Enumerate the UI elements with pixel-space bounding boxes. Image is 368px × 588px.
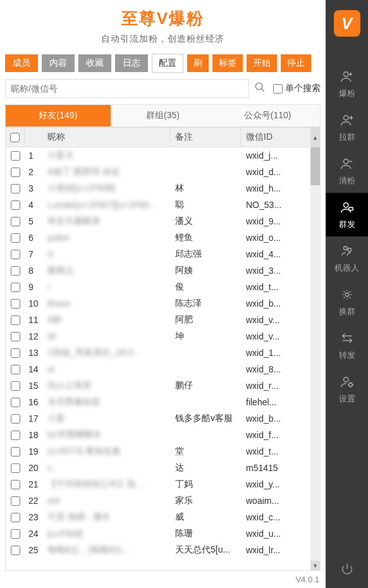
row-number: 14 [25,364,47,374]
table-row[interactable]: 10Brave陈志泽wxid_b... [6,295,310,312]
col-wechat-id[interactable]: 微信ID [241,128,310,147]
row-number: 11 [25,315,47,325]
row-remark: 陈珊 [170,528,241,539]
config-button[interactable]: 配置 [152,54,183,73]
row-remark: 达 [170,462,241,474]
table-row[interactable]: 12W坤wxid_v... [6,328,310,345]
row-checkbox-cell [6,546,25,555]
table-row[interactable]: 21【宁丹啦啦啦公司】陈...丁妈wxid_y... [6,476,310,493]
stop-button[interactable]: 停止 [281,54,311,72]
single-search-checkbox[interactable] [273,84,283,94]
row-nickname: Lunialc[u+1F697][u+1F69... [47,200,170,210]
row-checkbox[interactable] [11,200,20,210]
col-remark[interactable]: 备注 [170,128,241,147]
table-row[interactable]: 22m!t家乐woaim... [6,493,310,509]
table-row[interactable]: 19(u+6573) 匍匐色素堂wxid_t... [6,443,310,460]
row-checkbox[interactable] [11,463,20,473]
table-row[interactable]: 8颖视点阿姨wxid_3... [6,262,310,279]
table-row[interactable]: 9!俊wxid_t... [6,279,310,295]
sidebar-item-qingfen[interactable]: 清粉 [326,149,368,193]
row-checkbox[interactable] [11,365,20,374]
row-nickname: 1辣姐_黑夜底价_18:3... [47,347,170,358]
tab-content[interactable]: 内容 [42,54,75,72]
sidebar-item-laqun[interactable]: 拉群 [326,106,368,149]
tab-favorites[interactable]: 收藏 [78,54,111,72]
row-checkbox[interactable] [11,447,20,456]
row-checkbox[interactable] [11,151,20,161]
col-nickname[interactable]: 昵称 [25,128,170,147]
row-checkbox[interactable] [11,546,20,555]
start-button[interactable]: 开始 [247,54,277,72]
list-tab-officials[interactable]: 公众号(110) [215,105,320,126]
list-tab-groups[interactable]: 群组(35) [111,105,216,126]
tag-button[interactable]: 标签 [212,54,243,72]
row-checkbox[interactable] [11,480,20,489]
table-row[interactable]: 14a!wxid_8... [6,361,310,377]
row-checkbox[interactable] [11,283,20,292]
row-checkbox[interactable] [11,414,20,424]
scroll-up-icon[interactable]: ▲ [310,128,320,147]
table-row[interactable]: 15别人公寓里鹏仔wxid_r... [6,377,310,394]
table-row[interactable]: 11A静阿肥wxid_v... [6,312,310,328]
row-checkbox[interactable] [11,431,20,440]
search-icon[interactable] [254,82,266,96]
row-checkbox[interactable] [11,233,20,243]
row-checkbox[interactable] [11,496,20,506]
list-tab-friends[interactable]: 好友(149) [6,105,111,126]
scroll-down-icon[interactable]: ▼ [310,561,320,570]
table-row[interactable]: 17小姜钱多多酷v客服wxid_b... [6,410,310,427]
table-row[interactable]: 2A做丁 图师伟 徐定wxid_d... [6,164,310,180]
single-search-toggle[interactable]: 单个搜索 [273,83,321,94]
tab-members[interactable]: 成员 [5,54,38,72]
sidebar-item-huanqun[interactable]: 换群 [326,280,368,324]
row-checkbox[interactable] [11,299,20,309]
table-row[interactable]: 7X邱志强wxid_4... [6,246,310,262]
row-checkbox[interactable] [11,217,20,226]
select-all-checkbox[interactable] [10,133,20,142]
table-row[interactable]: 24[u+F609]陈珊wxid_u... [6,525,310,542]
table-row[interactable]: 20c.达m51415 [6,460,310,476]
sidebar-item-robot[interactable]: 机器人 [326,236,368,280]
scrollbar-thumb[interactable] [310,147,320,185]
scrollbar-track[interactable]: ▼ [310,147,320,570]
row-remark: 潘义 [170,216,241,227]
table-row[interactable]: 1小姜天wxid_j... [6,147,310,164]
sidebar-item-qunfa[interactable]: 群发 [326,193,368,236]
row-nickname: 有女马要醒来 [47,216,170,227]
sidebar-item-settings[interactable]: 设置 [326,367,368,411]
table-row[interactable]: 6poltre鲤鱼wxid_o... [6,230,310,246]
row-checkbox[interactable] [11,266,20,276]
row-remark: 堂 [170,446,241,457]
table-row[interactable]: 131辣姐_黑夜底价_18:3...wxid_1... [6,345,310,361]
row-checkbox-cell [6,513,25,522]
table-row[interactable]: 16东市西秦始皇filehel... [6,394,310,410]
row-checkbox[interactable] [11,315,20,325]
row-checkbox[interactable] [11,348,20,358]
row-checkbox[interactable] [11,513,20,522]
row-wechat-id: wxid_b... [241,298,310,309]
row-checkbox[interactable] [11,184,20,193]
table-row[interactable]: 3小笼妞[u+1F60B]林wxid_h... [6,180,310,197]
sidebar-item-baofen[interactable]: 爆粉 [326,62,368,106]
table-row[interactable]: 4Lunialc[u+1F697][u+1F69...聪NO_53... [6,197,310,213]
row-checkbox[interactable] [11,250,20,259]
row-checkbox[interactable] [11,168,20,177]
row-checkbox[interactable] [11,529,20,539]
row-nickname: to!开西啊啊木 [47,429,170,441]
power-button[interactable] [326,562,368,579]
row-wechat-id: wxid_r... [241,381,310,391]
table-row[interactable]: 23可圣 哉师.. 潘生威wxid_c... [6,509,310,525]
table-row[interactable]: 25每晚8点... ]每晚8点...天天总代5[u...wxid_lr... [6,542,310,558]
search-input[interactable] [5,79,249,98]
table-row[interactable]: 18to!开西啊啊木wxid_f... [6,427,310,443]
table-row[interactable]: 5有女马要醒来潘义wxid_9... [6,213,310,230]
row-checkbox[interactable] [11,398,20,407]
row-checkbox-cell [6,381,25,391]
row-checkbox-cell [6,348,25,358]
row-checkbox[interactable] [11,332,20,341]
row-checkbox-cell [6,414,25,424]
tab-logs[interactable]: 日志 [115,54,148,72]
refresh-button[interactable]: 刷 [187,54,209,72]
sidebar-item-zhuanfa[interactable]: 转发 [326,324,368,367]
row-checkbox[interactable] [11,381,20,391]
